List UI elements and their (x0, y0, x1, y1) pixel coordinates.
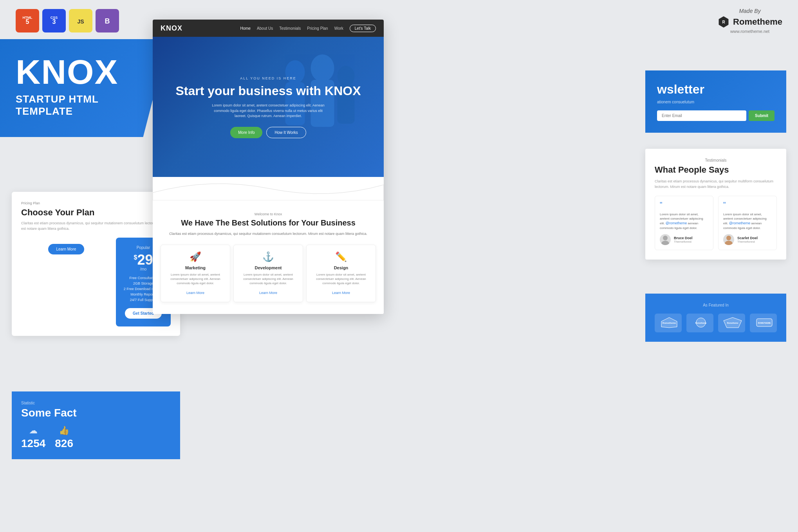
svg-point-21 (725, 241, 733, 245)
rometheme-brand: Rometheme (733, 17, 782, 27)
newsletter-email-input[interactable] (657, 110, 746, 121)
design-desc: Lorem ipsum dolor sit amet, aretent cons… (311, 272, 372, 286)
stat-thumb-icon: 👍 (55, 426, 73, 436)
website-preview: KNOX Home About Us Testimonials Pricing … (153, 20, 384, 314)
banner-subtitle: STARTUP HTML TEMPLATE (16, 93, 153, 117)
js-icon: JS (69, 9, 92, 32)
development-name: Development (238, 265, 299, 270)
made-by-section: Made By R Rometheme www.rometheme.net (717, 8, 782, 34)
hero-buttons: More Info How It Works (164, 127, 372, 138)
how-it-works-btn[interactable]: How It Works (266, 127, 306, 138)
featured-logo-1: Rometheme (655, 314, 682, 332)
newsletter-form: Submit (657, 110, 775, 121)
hero-description: Lorem ipsum dolor sit amet, aretent cons… (209, 103, 327, 119)
marketing-learn-more[interactable]: Learn More (186, 291, 204, 295)
pricing-title: Choose Your Plan (21, 207, 171, 218)
stats-panel: Statistic Some Fact ☁ 1254 👍 826 (12, 391, 180, 459)
testimonial-link-2: @rometheme (729, 221, 751, 225)
solutions-title: We Have The Best Solutions for Your Busi… (161, 218, 376, 227)
svg-text:Rometheme: Rometheme (727, 322, 738, 324)
service-design: ✏️ Design Lorem ipsum dolor sit amet, ar… (306, 245, 376, 303)
svg-point-18 (663, 236, 668, 240)
made-by-label: Made By (717, 8, 782, 14)
banner-title: KNOX (16, 55, 153, 89)
marketing-desc: Lorem ipsum dolor sit amet, aretent cons… (165, 272, 226, 286)
author-name-1: Bruce Doel (674, 236, 708, 240)
service-development: ⚓ Development Lorem ipsum dolor sit amet… (233, 245, 303, 303)
testimonial-text-1: Lorem ipsum dolor sit amet, aretent cons… (660, 212, 708, 230)
stats-label: Statistic (21, 401, 171, 405)
development-icon: ⚓ (238, 251, 299, 262)
testimonials-label: Testimonials (655, 158, 777, 162)
testimonial-1: " Lorem ipsum dolor sit amet, aretent co… (655, 196, 713, 250)
testimonial-text-2: Lorem ipsum dolor sit amet, aretent cons… (723, 212, 772, 230)
svg-text:Rometheme: Rometheme (695, 322, 707, 324)
author-avatar-svg-2 (723, 234, 734, 245)
services-grid: 🚀 Marketing Lorem ipsum dolor sit amet, … (161, 245, 376, 303)
svg-text:CSS: CSS (51, 16, 58, 20)
stat-uploads: ☁ 1254 (21, 426, 45, 450)
left-banner: KNOX STARTUP HTML TEMPLATE (0, 39, 168, 137)
author-name-2: Scarlet Doel (737, 236, 772, 240)
design-learn-more[interactable]: Learn More (332, 291, 350, 295)
quote-icon-2: " (723, 201, 772, 209)
testimonials-grid: " Lorem ipsum dolor sit amet, aretent co… (655, 196, 777, 250)
top-bar: 5 HTML 3 CSS JS B Made By (0, 0, 798, 41)
pricing-desc: Claritas est etiam processus dynamicus, … (21, 221, 171, 231)
pricing-learn-more-btn[interactable]: Learn More (48, 244, 84, 254)
featured-logo-svg-4: ROMETHEME (755, 317, 774, 328)
stat-likes-value: 826 (55, 437, 73, 450)
marketing-icon: 🚀 (165, 251, 226, 262)
testimonial-link-1: @rometheme (666, 221, 687, 225)
author-company-2: Themeforest (737, 240, 772, 243)
featured-logo-4: ROMETHEME (750, 314, 777, 332)
featured-in-panel: As Featured In Rometheme Rometheme Romet… (645, 294, 786, 342)
pricing-content: Learn More Popular $29 /mo Free Consulta… (21, 238, 171, 326)
svg-text:HTML: HTML (23, 16, 32, 20)
solutions-label: Welcome to Knox (161, 212, 376, 216)
stats-title: Some Fact (21, 407, 171, 419)
testimonial-author-2: Scarlet Doel Themeforest (723, 234, 772, 245)
hero-title: Start your business with KNOX (164, 83, 372, 98)
testimonials-panel: Testimonials What People Says Claritas e… (645, 149, 786, 260)
quote-icon-1: " (660, 201, 708, 209)
author-avatar-1 (660, 234, 671, 245)
testimonial-2: " Lorem ipsum dolor sit amet, aretent co… (718, 196, 777, 250)
featured-logo-svg-1: Rometheme (659, 317, 679, 328)
author-avatar-2 (723, 234, 734, 245)
more-info-btn[interactable]: More Info (230, 127, 262, 138)
newsletter-title: wsletter (657, 82, 775, 97)
svg-text:R: R (722, 20, 725, 24)
svg-text:JS: JS (77, 18, 84, 25)
bootstrap-icon: B (96, 9, 119, 32)
tech-icons: 5 HTML 3 CSS JS B (16, 9, 119, 32)
author-company-1: Themeforest (674, 240, 708, 243)
author-info-2: Scarlet Doel Themeforest (737, 236, 772, 243)
solutions-section: Welcome to Knox We Have The Best Solutio… (153, 200, 384, 314)
stat-likes: 👍 826 (55, 426, 73, 450)
featured-logo-2: Rometheme (686, 314, 713, 332)
featured-logo-3: Rometheme (718, 314, 745, 332)
svg-text:ROMETHEME: ROMETHEME (758, 322, 771, 324)
rometheme-hex-icon: R (717, 16, 730, 28)
css-icon: 3 CSS (42, 9, 66, 32)
pricing-basic: Learn More (21, 238, 111, 326)
svg-text:B: B (105, 17, 110, 25)
newsletter-sub: ationem consuelutum (657, 100, 775, 104)
rometheme-sub: www.rometheme.net (717, 29, 782, 34)
design-icon: ✏️ (311, 251, 372, 262)
svg-text:Rometheme: Rometheme (663, 322, 676, 324)
marketing-name: Marketing (165, 265, 226, 270)
featured-logo-svg-2: Rometheme (691, 317, 711, 328)
newsletter-panel: wsletter ationem consuelutum Submit (645, 70, 786, 133)
author-avatar-svg-1 (660, 234, 671, 245)
development-learn-more[interactable]: Learn More (259, 291, 277, 295)
stats-items: ☁ 1254 👍 826 (21, 426, 171, 450)
testimonials-desc: Claritas est etiam processus dynamicus, … (655, 179, 777, 189)
development-desc: Lorem ipsum dolor sit amet, aretent cons… (238, 272, 299, 286)
newsletter-submit-btn[interactable]: Submit (749, 110, 775, 121)
rometheme-logo: R Rometheme (717, 16, 782, 28)
author-info-1: Bruce Doel Themeforest (674, 236, 708, 243)
featured-label: As Featured In (655, 303, 777, 307)
site-hero: ALL YOU NEED IS HERE Start your business… (153, 37, 384, 178)
